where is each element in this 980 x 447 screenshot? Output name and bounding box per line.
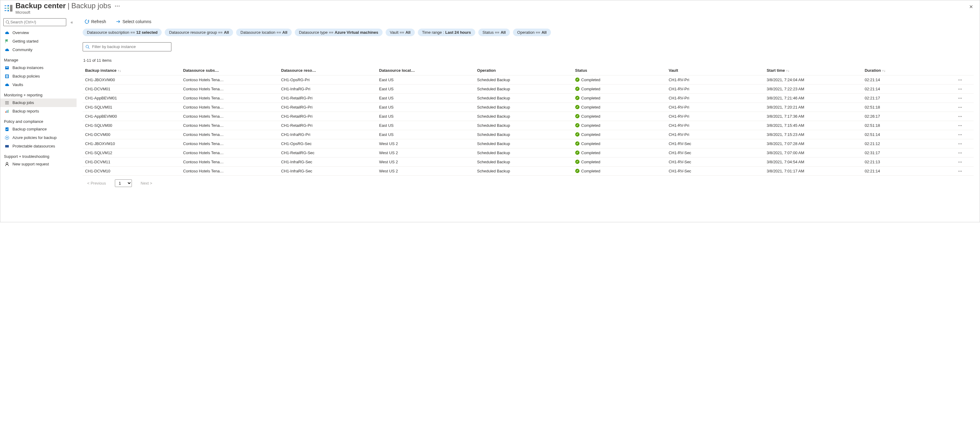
table-row[interactable]: CH1-SQLVM00Contoso Hotels Tena…CH1-Retai… — [83, 121, 974, 130]
cell-status: ✓Completed — [573, 139, 667, 148]
nav-item-backup-jobs[interactable]: Backup jobs — [0, 99, 76, 107]
arrow-right-icon — [116, 19, 121, 24]
cell-start: 3/8/2021, 7:15:45 AM — [764, 121, 862, 130]
row-actions-button[interactable]: ⋯ — [947, 148, 974, 157]
col-header-0[interactable]: Backup instance↑↓ — [83, 66, 181, 75]
cell-loc: East US — [377, 93, 475, 102]
row-actions-button[interactable]: ⋯ — [947, 121, 974, 130]
cell-subs: Contoso Hotels Tena… — [181, 84, 279, 93]
row-actions-button[interactable]: ⋯ — [947, 157, 974, 166]
cell-rg: CH1-InfraRG-Sec — [278, 157, 377, 166]
table-row[interactable]: CH1-SQLVM01Contoso Hotels Tena…CH1-Retai… — [83, 102, 974, 112]
cell-loc: East US — [377, 75, 475, 84]
nav-section-heading: Policy and compliance — [0, 115, 76, 125]
row-actions-button[interactable]: ⋯ — [947, 112, 974, 121]
nav-item-backup-policies[interactable]: Backup policies — [0, 72, 76, 81]
cell-instance: CH1-DCVM11 — [83, 157, 181, 166]
jobs-icon — [5, 101, 10, 105]
svg-rect-8 — [6, 77, 8, 78]
page-title-sep: | — [67, 2, 69, 10]
cell-instance: CH1-AppBEVM00 — [83, 112, 181, 121]
filter-pill-7[interactable]: Operation == All — [513, 29, 551, 36]
page-select[interactable]: 1 — [115, 179, 132, 187]
cell-start: 3/8/2021, 7:17:36 AM — [764, 112, 862, 121]
nav-item-azure-policies-for-backup[interactable]: Azure policies for backup — [0, 134, 76, 142]
nav-item-new-support-request[interactable]: New support request — [0, 160, 76, 168]
cell-vault: CH1-RV-Pri — [666, 112, 764, 121]
select-columns-button[interactable]: Select columns — [114, 19, 153, 24]
status-text: Completed — [581, 150, 600, 155]
filter-pill-5[interactable]: Time range : Last 24 hours — [418, 29, 475, 36]
table-row[interactable]: CH1-DCVM00Contoso Hotels Tena…CH1-InfraR… — [83, 130, 974, 139]
table-row[interactable]: CH1-DCVM01Contoso Hotels Tena…CH1-InfraR… — [83, 84, 974, 93]
nav-item-community[interactable]: Community — [0, 46, 76, 54]
nav-item-label: Azure policies for backup — [13, 135, 57, 140]
cell-dur: 02:51:14 — [862, 130, 947, 139]
row-actions-button[interactable]: ⋯ — [947, 102, 974, 112]
svg-rect-0 — [10, 5, 13, 11]
nav-item-label: Protectable datasources — [13, 144, 55, 148]
table-row[interactable]: CH1-AppBEVM01Contoso Hotels Tena…CH1-Ret… — [83, 93, 974, 102]
cell-start: 3/8/2021, 7:15:23 AM — [764, 130, 862, 139]
filter-pill-value: All — [541, 30, 547, 35]
nav-item-getting-started[interactable]: Getting started — [0, 37, 76, 46]
cell-status: ✓Completed — [573, 84, 667, 93]
filter-pill-value: Azure Virtual machines — [334, 30, 378, 35]
col-header-5[interactable]: Status — [573, 66, 667, 75]
cell-status: ✓Completed — [573, 166, 667, 176]
status-text: Completed — [581, 160, 600, 164]
nav-item-vaults[interactable]: Vaults — [0, 81, 76, 89]
nav-item-protectable-datasources[interactable]: Protectable datasources — [0, 142, 76, 150]
filter-pill-4[interactable]: Vault == All — [386, 29, 415, 36]
instance-filter-input[interactable] — [91, 44, 169, 49]
table-row[interactable]: CH1-DCVM10Contoso Hotels Tena…CH1-InfraR… — [83, 166, 974, 176]
cell-op: Scheduled Backup — [475, 166, 573, 176]
sidebar-collapse-button[interactable]: « — [69, 19, 74, 26]
filter-pill-3[interactable]: Datasource type == Azure Virtual machine… — [295, 29, 383, 36]
cell-status: ✓Completed — [573, 148, 667, 157]
row-actions-button[interactable]: ⋯ — [947, 166, 974, 176]
refresh-button[interactable]: Refresh — [83, 19, 108, 24]
row-actions-button[interactable]: ⋯ — [947, 84, 974, 93]
col-header-3[interactable]: Datasource locat… — [377, 66, 475, 75]
filter-pill-6[interactable]: Status == All — [478, 29, 510, 36]
cell-loc: East US — [377, 102, 475, 112]
prev-page-button[interactable]: < Previous — [83, 179, 110, 187]
table-row[interactable]: CH1-AppBEVM00Contoso Hotels Tena…CH1-Ret… — [83, 112, 974, 121]
col-header-1[interactable]: Datasource subs… — [181, 66, 279, 75]
filter-pill-1[interactable]: Datasource resource group == All — [165, 29, 233, 36]
col-header-7[interactable]: Start time↑↓ — [764, 66, 862, 75]
col-header-6[interactable]: Vault — [666, 66, 764, 75]
cell-dur: 02:31:17 — [862, 148, 947, 157]
sidebar-search-input[interactable] — [10, 19, 64, 25]
next-page-button[interactable]: Next > — [137, 179, 156, 187]
close-button[interactable]: ✕ — [966, 2, 976, 12]
row-actions-button[interactable]: ⋯ — [947, 130, 974, 139]
filter-pill-0[interactable]: Datasource subscription == 12 selected — [83, 29, 162, 36]
nav-item-backup-instances[interactable]: Backup instances — [0, 64, 76, 72]
filter-pill-2[interactable]: Datasource location == All — [236, 29, 291, 36]
row-actions-button[interactable]: ⋯ — [947, 75, 974, 84]
table-row[interactable]: CH1-JBOXVM10Contoso Hotels Tena…CH1-OpsR… — [83, 139, 974, 148]
col-header-4[interactable]: Operation — [475, 66, 573, 75]
table-row[interactable]: CH1-SQLVM12Contoso Hotels Tena…CH1-Retai… — [83, 148, 974, 157]
page-title-sub: Backup jobs — [72, 2, 111, 10]
col-header-8[interactable]: Duration↑↓ — [862, 66, 947, 75]
filter-pill-value: All — [406, 30, 410, 35]
nav-item-overview[interactable]: Overview — [0, 29, 76, 37]
filter-pill-label: Datasource subscription == — [87, 30, 135, 35]
row-actions-button[interactable]: ⋯ — [947, 139, 974, 148]
row-actions-button[interactable]: ⋯ — [947, 93, 974, 102]
refresh-label: Refresh — [91, 19, 106, 24]
instance-filter[interactable] — [83, 42, 172, 51]
table-row[interactable]: CH1-JBOXVM00Contoso Hotels Tena…CH1-OpsR… — [83, 75, 974, 84]
col-header-2[interactable]: Datasource reso… — [278, 66, 377, 75]
nav-item-label: New support request — [13, 162, 49, 166]
header-more-icon[interactable]: ⋯ — [113, 3, 122, 10]
cell-instance: CH1-SQLVM00 — [83, 121, 181, 130]
table-row[interactable]: CH1-DCVM11Contoso Hotels Tena…CH1-InfraR… — [83, 157, 974, 166]
svg-point-1 — [6, 21, 9, 23]
sidebar-search[interactable] — [3, 18, 66, 26]
nav-item-backup-reports[interactable]: Backup reports — [0, 107, 76, 115]
nav-item-backup-compliance[interactable]: Backup compliance — [0, 125, 76, 134]
